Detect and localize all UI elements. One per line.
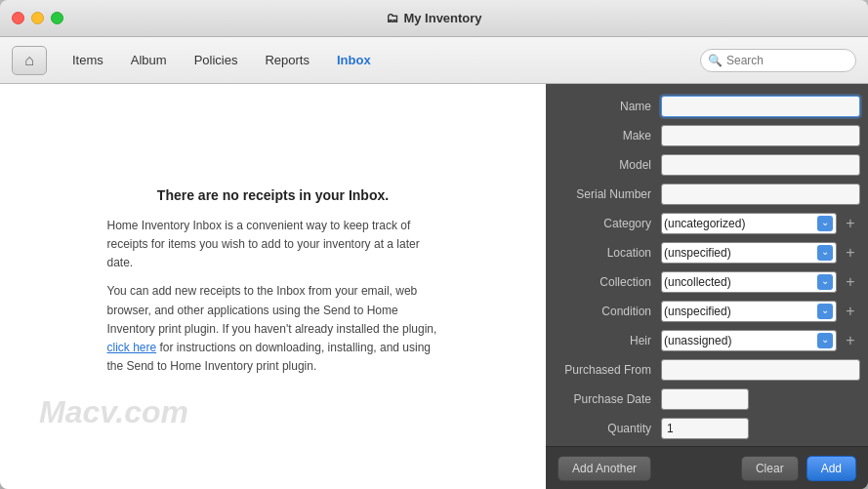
clear-button[interactable]: Clear	[741, 456, 799, 481]
category-add-button[interactable]: +	[841, 214, 860, 233]
purchase-date-label: Purchase Date	[554, 392, 661, 406]
home-button[interactable]: ⌂	[12, 46, 47, 75]
serial-number-input[interactable]	[661, 183, 860, 205]
main-window: 🗂 My Inventory ⌂ Items Album Policies Re…	[0, 0, 868, 489]
nav-policies[interactable]: Policies	[181, 48, 252, 72]
heir-label: Heir	[554, 334, 661, 347]
category-select-wrapper: (uncategorized)	[661, 213, 837, 234]
search-input[interactable]	[700, 49, 856, 72]
condition-row: Condition (unspecified) +	[546, 297, 868, 326]
title-icon: 🗂	[386, 11, 398, 25]
empty-inbox-content: There are no receipts in your Inbox. Hom…	[107, 187, 439, 387]
minimize-button[interactable]	[31, 12, 44, 24]
search-icon: 🔍	[708, 54, 723, 67]
model-label: Model	[554, 158, 661, 172]
model-row: Model	[546, 150, 868, 180]
toolbar: ⌂ Items Album Policies Reports Inbox 🔍	[0, 37, 868, 84]
location-select[interactable]: (unspecified)	[661, 242, 837, 264]
search-bar: 🔍	[700, 49, 856, 72]
condition-label: Condition	[554, 305, 661, 318]
nav-items[interactable]: Items	[59, 48, 117, 72]
close-button[interactable]	[12, 12, 24, 24]
heir-select[interactable]: (unassigned)	[661, 330, 837, 351]
click-here-link[interactable]: click here	[107, 341, 157, 354]
heir-row: Heir (unassigned) +	[546, 326, 868, 355]
left-panel: There are no receipts in your Inbox. Hom…	[0, 84, 546, 489]
location-add-button[interactable]: +	[841, 243, 860, 263]
quantity-label: Quantity	[554, 422, 661, 435]
right-panel: Name Make Model Serial Number	[546, 84, 868, 489]
nav-inbox[interactable]: Inbox	[323, 48, 385, 72]
form-area: Name Make Model Serial Number	[546, 84, 868, 446]
quantity-row: Quantity	[546, 414, 868, 443]
empty-inbox-title: There are no receipts in your Inbox.	[107, 187, 439, 203]
bottom-bar: Add Another Clear Add	[546, 446, 868, 489]
make-input[interactable]	[661, 125, 860, 146]
heir-add-button[interactable]: +	[841, 331, 860, 350]
collection-select[interactable]: (uncollected)	[661, 271, 837, 293]
add-another-button[interactable]: Add Another	[558, 456, 651, 481]
model-input[interactable]	[661, 154, 860, 176]
serial-number-row: Serial Number	[546, 180, 868, 209]
location-select-wrapper: (unspecified)	[661, 242, 837, 264]
right-bottom-buttons: Clear Add	[741, 456, 856, 481]
purchased-from-label: Purchased From	[554, 363, 661, 377]
titlebar: 🗂 My Inventory	[0, 0, 868, 37]
purchase-date-input[interactable]	[661, 388, 749, 410]
condition-select[interactable]: (unspecified)	[661, 301, 837, 322]
condition-select-wrapper: (unspecified)	[661, 301, 837, 322]
name-row: Name	[546, 92, 868, 121]
collection-add-button[interactable]: +	[841, 272, 860, 292]
purchased-from-row: Purchased From	[546, 355, 868, 385]
category-select[interactable]: (uncategorized)	[661, 213, 837, 234]
collection-row: Collection (uncollected) +	[546, 267, 868, 297]
category-label: Category	[554, 217, 661, 230]
add-button[interactable]: Add	[806, 456, 856, 481]
inbox-para2-before: You can add new receipts to the Inbox fr…	[107, 284, 437, 335]
purchased-from-input[interactable]	[661, 359, 860, 381]
serial-number-label: Serial Number	[554, 187, 661, 201]
main-content: There are no receipts in your Inbox. Hom…	[0, 84, 868, 489]
nav-album[interactable]: Album	[117, 48, 181, 72]
toolbar-nav: Items Album Policies Reports Inbox	[59, 48, 385, 72]
watermark: Macv.com	[39, 394, 188, 430]
collection-select-wrapper: (uncollected)	[661, 271, 837, 293]
name-input[interactable]	[661, 96, 860, 117]
home-icon: ⌂	[24, 52, 34, 69]
maximize-button[interactable]	[51, 12, 63, 24]
nav-reports[interactable]: Reports	[251, 48, 323, 72]
inbox-para2: You can add new receipts to the Inbox fr…	[107, 282, 439, 376]
condition-add-button[interactable]: +	[841, 302, 860, 321]
traffic-lights	[12, 12, 63, 24]
name-label: Name	[554, 100, 661, 113]
category-row: Category (uncategorized) +	[546, 209, 868, 238]
location-row: Location (unspecified) +	[546, 238, 868, 267]
inbox-para1: Home Inventory Inbox is a convenient way…	[107, 217, 439, 273]
collection-label: Collection	[554, 275, 661, 289]
inbox-para2-after: for instructions on downloading, install…	[107, 341, 432, 373]
location-label: Location	[554, 246, 661, 260]
heir-select-wrapper: (unassigned)	[661, 330, 837, 351]
window-title: 🗂 My Inventory	[386, 11, 481, 25]
make-label: Make	[554, 129, 661, 143]
purchase-date-row: Purchase Date	[546, 385, 868, 414]
make-row: Make	[546, 121, 868, 150]
quantity-input[interactable]	[661, 418, 749, 439]
